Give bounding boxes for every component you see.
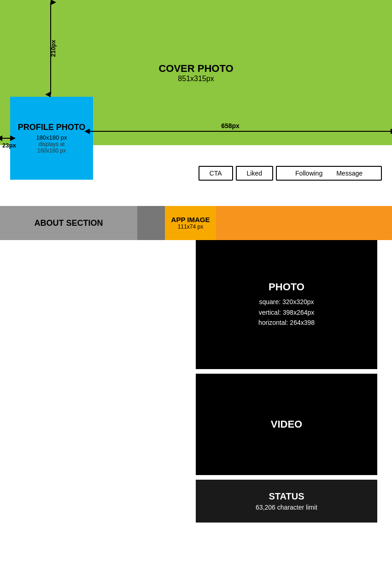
photo-square: square: 320x320px [259,297,314,307]
photo-block: PHOTO square: 320x320px vertical: 398x26… [196,240,377,369]
cta-button[interactable]: CTA [199,166,233,181]
app-image-label: APP IMAGE 111x74 px [171,216,210,230]
nav-row: ABOUT SECTION APP IMAGE 111x74 px [0,206,392,240]
profile-title: PROFILE PHOTO [18,123,86,133]
cover-title: COVER PHOTO [158,63,233,75]
photo-horizontal: horizontal: 264x398 [258,317,315,328]
cover-label: COVER PHOTO 851x315px [158,63,233,83]
following-message-button[interactable]: Following Message [276,166,382,181]
nav-orange-tab-3[interactable] [328,206,392,240]
video-block: VIDEO [196,374,377,475]
nav-about[interactable]: ABOUT SECTION [0,206,137,240]
status-block: STATUS 63,206 character limit [196,480,377,523]
photo-vertical: vertical: 398x264px [259,307,315,317]
content-area: PHOTO square: 320x320px vertical: 398x26… [196,240,380,523]
profile-dim3: 160x160 px [18,147,86,154]
profile-photo: PROFILE PHOTO 180x180 px displays at 160… [10,97,93,180]
status-title: STATUS [269,491,304,502]
about-section-label: ABOUT SECTION [34,218,103,228]
video-title: VIDEO [271,418,302,430]
profile-dim2: displays at [18,141,86,147]
nav-orange-tab-1[interactable] [216,206,272,240]
status-limit: 63,206 character limit [256,504,317,511]
following-label: Following [295,170,322,177]
nav-orange-tab-2[interactable] [272,206,328,240]
liked-button[interactable]: Liked [236,166,273,181]
nav-gray-item[interactable] [137,206,165,240]
action-buttons: CTA Liked Following Message [199,166,382,181]
profile-dim1: 180x180 px [18,134,86,141]
photo-title: PHOTO [269,281,304,293]
cover-dimensions: 851x315px [158,75,233,83]
nav-app-image[interactable]: APP IMAGE 111x74 px [165,206,216,240]
message-label: Message [336,170,363,177]
